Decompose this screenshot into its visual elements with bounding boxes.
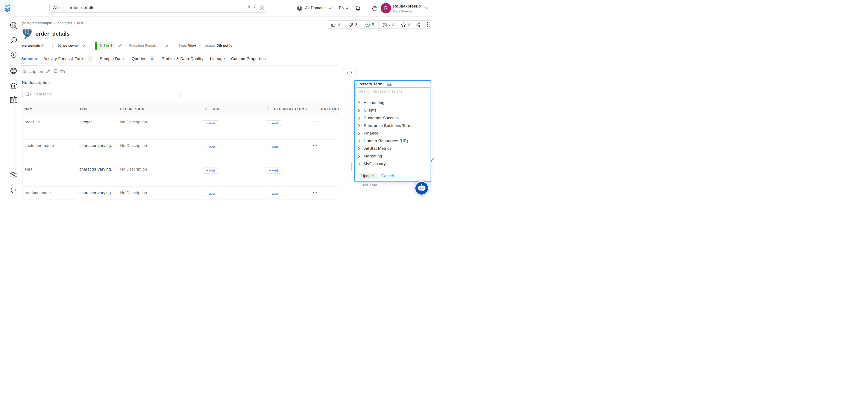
svg-text:?: ? [55,70,56,72]
